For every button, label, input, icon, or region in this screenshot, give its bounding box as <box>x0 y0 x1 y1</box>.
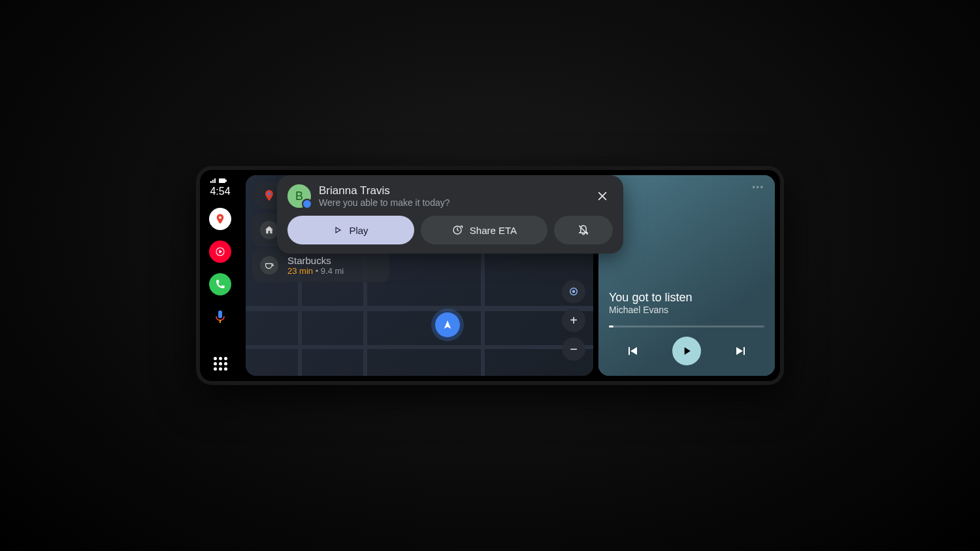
svg-rect-4 <box>218 310 222 318</box>
clock: 4:54 <box>210 186 230 197</box>
media-progress[interactable] <box>609 326 764 327</box>
rail-app-maps[interactable] <box>209 208 231 230</box>
recenter-button[interactable] <box>562 280 585 303</box>
current-location-marker <box>435 312 460 337</box>
maps-icon <box>214 213 226 225</box>
close-icon <box>596 190 609 203</box>
share-eta-button[interactable]: Share ETA <box>421 216 547 244</box>
status-indicators: 4:54 <box>210 176 230 197</box>
play-message-button[interactable]: Play <box>287 216 414 244</box>
media-info: You got to listen Michael Evans <box>609 291 764 315</box>
apps-grid-icon <box>214 357 227 371</box>
phone-icon <box>214 278 226 290</box>
rail-app-ytmusic[interactable] <box>209 241 231 263</box>
rail-app-phone[interactable] <box>209 273 231 295</box>
home-icon <box>260 221 278 239</box>
share-eta-icon <box>451 224 463 236</box>
suggestion-time: 23 min <box>287 266 313 276</box>
media-panel[interactable]: ••• You got to listen Michael Evans <box>598 175 775 376</box>
suggestion-distance: 9.4 mi <box>321 266 344 276</box>
play-outline-icon <box>333 225 342 235</box>
mic-icon <box>215 310 225 324</box>
skip-previous-icon <box>625 343 640 359</box>
car-display: 4:54 <box>196 166 784 385</box>
crosshair-icon <box>568 286 580 297</box>
suggestion-title: Starbucks <box>287 255 344 266</box>
svg-rect-0 <box>219 178 225 183</box>
sender-name: Brianna Travis <box>319 184 584 197</box>
bell-off-icon <box>577 224 590 237</box>
share-eta-label: Share ETA <box>470 225 517 236</box>
message-preview: Were you able to make it today? <box>319 197 584 208</box>
svg-rect-1 <box>225 180 227 182</box>
system-rail: 4:54 <box>200 170 240 381</box>
rail-assistant[interactable] <box>209 306 231 328</box>
track-artist: Michael Evans <box>609 305 764 315</box>
svg-point-8 <box>572 290 576 293</box>
coffee-icon <box>260 256 278 275</box>
next-track-button[interactable] <box>733 343 749 359</box>
skip-next-icon <box>733 343 749 359</box>
zoom-in-button[interactable]: + <box>562 309 585 332</box>
play-icon <box>680 344 693 358</box>
maps-pin-icon <box>263 189 276 202</box>
svg-point-6 <box>268 192 270 195</box>
media-menu-icon[interactable]: ••• <box>752 183 764 192</box>
map-controls: + − <box>562 280 585 361</box>
svg-point-2 <box>219 216 221 219</box>
close-notification-button[interactable] <box>592 186 613 207</box>
ytmusic-icon <box>214 246 226 258</box>
track-title: You got to listen <box>609 291 764 305</box>
media-progress-fill <box>609 326 613 327</box>
rail-app-launcher[interactable] <box>209 352 231 375</box>
play-button[interactable] <box>672 337 701 365</box>
zoom-out-button[interactable]: − <box>562 337 585 361</box>
navigation-arrow-icon <box>442 319 453 331</box>
play-message-label: Play <box>349 225 368 236</box>
signal-battery-icon <box>210 176 228 184</box>
prev-track-button[interactable] <box>625 343 640 359</box>
message-notification: B Brianna Travis Were you able to make i… <box>277 175 623 254</box>
mute-notification-button[interactable] <box>554 216 613 244</box>
media-controls <box>609 337 764 365</box>
sender-avatar: B <box>287 184 311 208</box>
